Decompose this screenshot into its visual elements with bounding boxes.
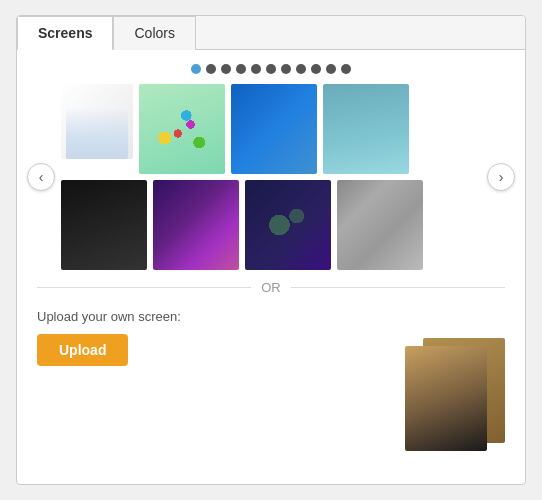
tab-colors[interactable]: Colors (113, 16, 195, 50)
prev-arrow[interactable]: ‹ (27, 163, 55, 191)
dot-9[interactable] (311, 64, 321, 74)
tab-bar: Screens Colors (17, 16, 525, 50)
image-doctors[interactable] (61, 84, 133, 159)
dot-8[interactable] (296, 64, 306, 74)
image-grid (61, 84, 481, 270)
image-row-2 (61, 180, 481, 270)
dot-3[interactable] (221, 64, 231, 74)
upload-section: Upload your own screen: Upload (27, 305, 515, 370)
gallery-row: ‹ › (27, 84, 515, 270)
main-container: Screens Colors ‹ (16, 15, 526, 485)
upload-preview-front (405, 346, 487, 451)
upload-button[interactable]: Upload (37, 334, 128, 366)
screens-panel: ‹ › OR (17, 50, 525, 380)
image-blue-circuit[interactable] (231, 84, 317, 174)
image-row-1 (61, 84, 481, 174)
tab-screens[interactable]: Screens (17, 16, 113, 50)
image-dots[interactable] (139, 84, 225, 174)
image-concert[interactable] (153, 180, 239, 270)
upload-label: Upload your own screen: (37, 309, 181, 324)
dot-11[interactable] (341, 64, 351, 74)
dot-5[interactable] (251, 64, 261, 74)
divider-text: OR (261, 280, 281, 295)
image-teal[interactable] (323, 84, 409, 174)
next-arrow[interactable]: › (487, 163, 515, 191)
or-divider: OR (27, 280, 515, 295)
dot-4[interactable] (236, 64, 246, 74)
dot-2[interactable] (206, 64, 216, 74)
dot-10[interactable] (326, 64, 336, 74)
image-bokeh[interactable] (245, 180, 331, 270)
upload-left: Upload your own screen: Upload (37, 309, 181, 366)
dot-7[interactable] (281, 64, 291, 74)
image-wheel[interactable] (337, 180, 423, 270)
dot-6[interactable] (266, 64, 276, 74)
image-woman[interactable] (61, 180, 147, 270)
dot-navigation (27, 64, 515, 74)
dot-1[interactable] (191, 64, 201, 74)
